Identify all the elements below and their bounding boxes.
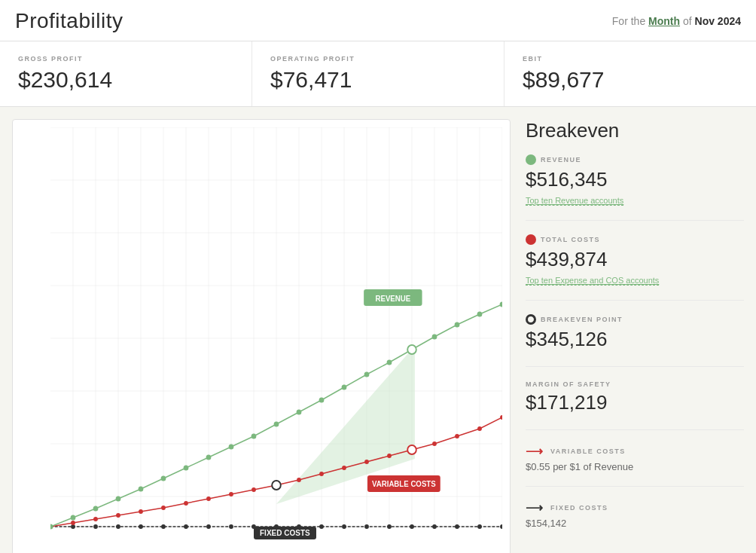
fixed-costs-chart-label: FIXED COSTS xyxy=(254,527,316,539)
svg-point-46 xyxy=(161,524,166,529)
kpi-operating-profit-label: Operating Profit xyxy=(270,55,486,63)
svg-point-85 xyxy=(93,506,99,512)
revenue-link[interactable]: Top ten Revenue accounts xyxy=(526,196,623,206)
svg-point-93 xyxy=(274,422,279,427)
svg-text:VARIABLE COSTS: VARIABLE COSTS xyxy=(372,480,436,488)
svg-point-47 xyxy=(184,524,188,529)
svg-point-82 xyxy=(500,415,502,420)
breakeven-point-indicator xyxy=(526,314,536,325)
fixed-costs-block: ⟶ FIXED COSTS $154,142 xyxy=(526,500,744,542)
fixed-costs-name: FIXED COSTS xyxy=(550,504,608,512)
svg-point-54 xyxy=(342,524,346,529)
variable-costs-name: VARIABLE COSTS xyxy=(550,448,626,455)
breakeven-title: Breakeven xyxy=(526,119,744,142)
svg-point-67 xyxy=(161,506,166,510)
main-content: $800K $700K $600K $500K $400K $300K $200… xyxy=(0,107,756,553)
svg-point-74 xyxy=(319,472,324,476)
svg-text:REVENUE: REVENUE xyxy=(375,295,410,303)
svg-point-80 xyxy=(455,434,459,438)
breakeven-point-header: BREAKEVEN POINT xyxy=(526,314,744,325)
svg-point-70 xyxy=(229,492,233,496)
period-of: of xyxy=(683,15,692,27)
period-value: Nov 2024 xyxy=(695,15,741,27)
svg-point-56 xyxy=(387,524,392,529)
svg-point-68 xyxy=(184,501,188,506)
chart-area: $800K $700K $600K $500K $400K $300K $200… xyxy=(12,119,511,553)
svg-point-100 xyxy=(432,335,437,340)
margin-of-safety-value: $171,219 xyxy=(526,391,744,414)
total-costs-value: $439,874 xyxy=(526,248,744,271)
svg-point-92 xyxy=(251,434,257,439)
svg-point-104 xyxy=(272,481,281,490)
svg-point-61 xyxy=(500,524,502,529)
svg-point-49 xyxy=(229,524,233,529)
svg-point-87 xyxy=(139,487,144,492)
breakeven-chart: $800K $700K $600K $500K $400K $300K $200… xyxy=(50,127,502,549)
svg-point-83 xyxy=(50,524,53,530)
fixed-costs-header: ⟶ FIXED COSTS xyxy=(526,500,744,515)
right-panel: Breakeven REVENUE $516,345 Top ten Reven… xyxy=(511,119,744,553)
period-selector: For the Month of Nov 2024 xyxy=(612,15,741,27)
fixed-costs-value: $154,142 xyxy=(526,518,744,529)
revenue-indicator xyxy=(526,154,536,165)
margin-of-safety-header: MARGIN OF SAFETY xyxy=(526,380,744,388)
svg-point-73 xyxy=(297,478,301,482)
breakeven-point-value: $345,126 xyxy=(526,328,744,351)
svg-point-57 xyxy=(410,524,414,529)
svg-point-58 xyxy=(432,524,437,529)
variable-costs-value: $0.55 per $1 of Revenue xyxy=(526,461,744,472)
svg-point-79 xyxy=(432,441,437,446)
total-costs-link[interactable]: Top ten Expense and COS accounts xyxy=(526,276,659,286)
svg-point-97 xyxy=(364,372,370,377)
kpi-operating-profit-value: $76,471 xyxy=(270,67,486,93)
svg-point-43 xyxy=(93,524,98,529)
svg-point-88 xyxy=(161,476,166,481)
svg-point-86 xyxy=(116,496,121,502)
margin-of-safety-block: MARGIN OF SAFETY $171,219 xyxy=(526,380,744,430)
total-costs-indicator xyxy=(526,234,536,245)
svg-point-95 xyxy=(319,398,325,403)
svg-point-96 xyxy=(342,385,347,390)
svg-point-101 xyxy=(455,322,460,328)
header: Profitability For the Month of Nov 2024 xyxy=(0,0,756,41)
variable-costs-block: ⟶ VARIABLE COSTS $0.55 per $1 of Revenue xyxy=(526,444,744,487)
svg-point-53 xyxy=(319,524,324,529)
svg-point-81 xyxy=(477,426,482,431)
kpi-gross-profit: Gross Profit $230,614 xyxy=(0,41,252,106)
svg-point-63 xyxy=(71,521,75,525)
period-type[interactable]: Month xyxy=(648,15,680,27)
svg-point-102 xyxy=(477,312,483,317)
revenue-value: $516,345 xyxy=(526,168,744,191)
svg-point-45 xyxy=(139,524,143,529)
svg-point-90 xyxy=(206,455,212,460)
svg-point-60 xyxy=(477,524,482,529)
svg-point-59 xyxy=(455,524,459,529)
kpi-ebit: EBIT $89,677 xyxy=(505,41,756,106)
svg-point-94 xyxy=(297,410,302,415)
kpi-gross-profit-value: $230,614 xyxy=(18,67,233,93)
page-title: Profitability xyxy=(15,9,123,33)
svg-point-69 xyxy=(206,496,211,501)
fixed-costs-arrow-icon: ⟶ xyxy=(526,500,543,515)
total-costs-block: TOTAL COSTS $439,874 Top ten Expense and… xyxy=(526,234,744,301)
kpi-operating-profit: Operating Profit $76,471 xyxy=(252,41,505,106)
total-costs-header: TOTAL COSTS xyxy=(526,234,744,245)
svg-point-66 xyxy=(139,509,143,514)
svg-point-105 xyxy=(407,345,416,354)
svg-point-71 xyxy=(251,487,256,492)
svg-point-65 xyxy=(116,513,120,518)
breakeven-point-name: BREAKEVEN POINT xyxy=(541,316,623,323)
svg-point-55 xyxy=(364,524,369,529)
svg-point-75 xyxy=(342,466,346,470)
total-costs-name: TOTAL COSTS xyxy=(541,236,600,243)
svg-point-48 xyxy=(206,524,211,529)
svg-point-106 xyxy=(407,445,416,454)
svg-point-84 xyxy=(71,515,76,521)
kpi-ebit-label: EBIT xyxy=(523,55,738,63)
kpi-gross-profit-label: Gross Profit xyxy=(18,55,233,63)
svg-point-89 xyxy=(184,466,189,471)
kpi-bar: Gross Profit $230,614 Operating Profit $… xyxy=(0,41,756,107)
svg-point-77 xyxy=(387,454,392,458)
svg-point-91 xyxy=(229,445,234,450)
svg-point-103 xyxy=(500,302,502,307)
